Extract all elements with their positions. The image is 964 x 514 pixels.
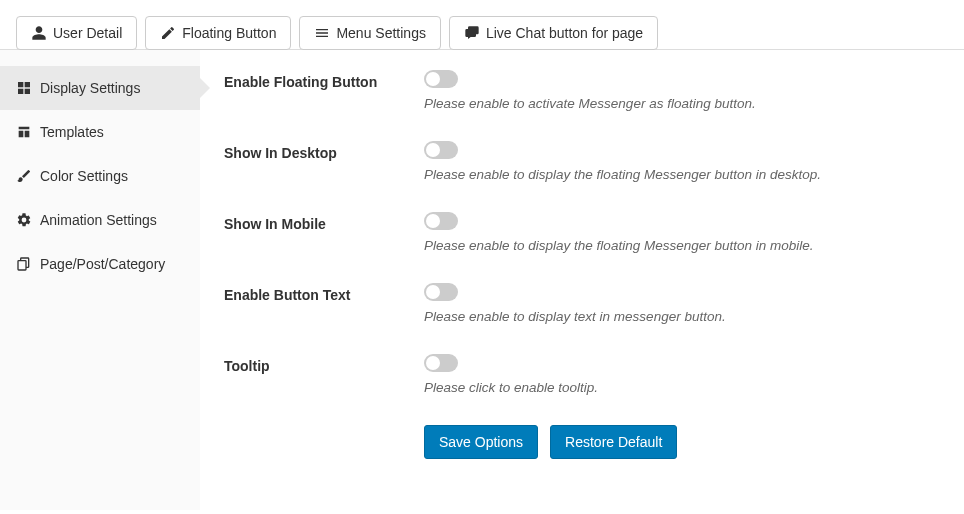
- setting-control: Please enable to display text in messeng…: [424, 283, 940, 324]
- sidebar-item-label: Templates: [40, 124, 104, 140]
- tab-live-chat[interactable]: Live Chat button for page: [449, 16, 658, 50]
- sidebar-item-label: Color Settings: [40, 168, 128, 184]
- sidebar-item-display-settings[interactable]: Display Settings: [0, 66, 200, 110]
- tab-label: Floating Button: [182, 25, 276, 41]
- restore-button[interactable]: Restore Default: [550, 425, 677, 459]
- toggle-enable-button-text[interactable]: [424, 283, 458, 301]
- templates-icon: [16, 124, 32, 140]
- tab-label: Menu Settings: [336, 25, 426, 41]
- settings-sidebar: Display Settings Templates Color Setting…: [0, 50, 200, 510]
- save-button[interactable]: Save Options: [424, 425, 538, 459]
- setting-row-tooltip: Tooltip Please click to enable tooltip.: [224, 354, 940, 395]
- setting-control: Please enable to display the floating Me…: [424, 141, 940, 182]
- tab-label: User Detail: [53, 25, 122, 41]
- chat-icon: [464, 25, 480, 41]
- setting-help: Please enable to display text in messeng…: [424, 309, 940, 324]
- setting-help: Please enable to display the floating Me…: [424, 238, 940, 253]
- button-row: Save Options Restore Default: [424, 425, 940, 459]
- setting-row-show-mobile: Show In Mobile Please enable to display …: [224, 212, 940, 253]
- sidebar-item-label: Page/Post/Category: [40, 256, 165, 272]
- setting-control: Please click to enable tooltip.: [424, 354, 940, 395]
- setting-help: Please click to enable tooltip.: [424, 380, 940, 395]
- setting-help: Please enable to display the floating Me…: [424, 167, 940, 182]
- settings-content: Enable Floating Button Please enable to …: [200, 50, 964, 510]
- menu-icon: [314, 25, 330, 41]
- setting-control: Please enable to activate Messenger as f…: [424, 70, 940, 111]
- setting-control: Please enable to display the floating Me…: [424, 212, 940, 253]
- toggle-tooltip[interactable]: [424, 354, 458, 372]
- setting-label: Enable Floating Button: [224, 70, 424, 90]
- sidebar-item-color-settings[interactable]: Color Settings: [0, 154, 200, 198]
- setting-label: Show In Mobile: [224, 212, 424, 232]
- setting-label: Enable Button Text: [224, 283, 424, 303]
- setting-row-enable-button-text: Enable Button Text Please enable to disp…: [224, 283, 940, 324]
- edit-icon: [160, 25, 176, 41]
- setting-help: Please enable to activate Messenger as f…: [424, 96, 940, 111]
- sidebar-item-animation-settings[interactable]: Animation Settings: [0, 198, 200, 242]
- pages-icon: [16, 256, 32, 272]
- sidebar-item-page-post-category[interactable]: Page/Post/Category: [0, 242, 200, 286]
- sidebar-item-templates[interactable]: Templates: [0, 110, 200, 154]
- setting-row-enable-floating: Enable Floating Button Please enable to …: [224, 70, 940, 111]
- tab-menu-settings[interactable]: Menu Settings: [299, 16, 441, 50]
- sidebar-item-label: Display Settings: [40, 80, 140, 96]
- user-icon: [31, 25, 47, 41]
- main-layout: Display Settings Templates Color Setting…: [0, 50, 964, 510]
- sidebar-item-label: Animation Settings: [40, 212, 157, 228]
- toggle-enable-floating[interactable]: [424, 70, 458, 88]
- brush-icon: [16, 168, 32, 184]
- setting-label: Show In Desktop: [224, 141, 424, 161]
- setting-label: Tooltip: [224, 354, 424, 374]
- toggle-show-mobile[interactable]: [424, 212, 458, 230]
- top-tab-bar: User Detail Floating Button Menu Setting…: [0, 0, 964, 50]
- tab-floating-button[interactable]: Floating Button: [145, 16, 291, 50]
- tab-label: Live Chat button for page: [486, 25, 643, 41]
- grid-icon: [16, 80, 32, 96]
- setting-row-show-desktop: Show In Desktop Please enable to display…: [224, 141, 940, 182]
- toggle-show-desktop[interactable]: [424, 141, 458, 159]
- tab-user-detail[interactable]: User Detail: [16, 16, 137, 50]
- gear-icon: [16, 212, 32, 228]
